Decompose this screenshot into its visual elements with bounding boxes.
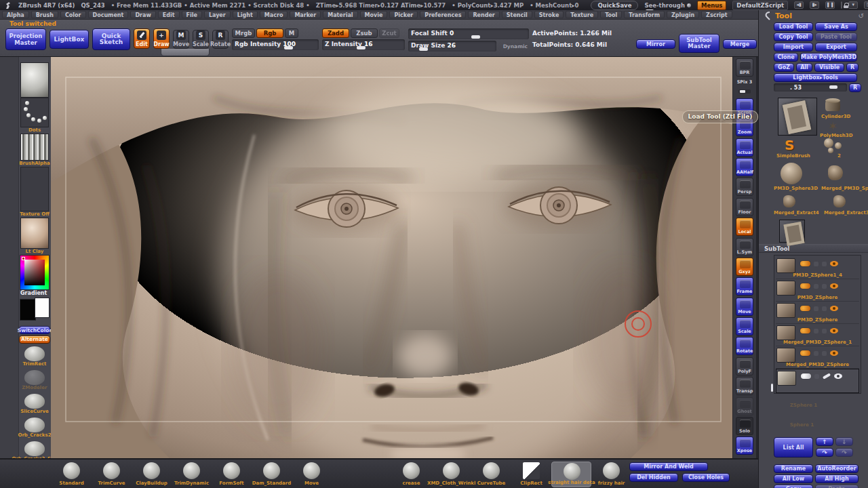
current-brush-thumbnail[interactable] (20, 62, 49, 98)
dynamic-toggle[interactable]: Dynamic (503, 43, 528, 49)
menu-item[interactable]: Document (88, 11, 129, 18)
eye-visibility-icon[interactable] (830, 350, 838, 356)
subtool-thumbnail[interactable] (776, 258, 795, 273)
subtool-option-icon[interactable] (814, 306, 818, 311)
subtool-option-icon[interactable] (822, 306, 827, 311)
material-selector[interactable] (20, 218, 49, 249)
right-shelf-button[interactable]: Frame (736, 277, 753, 296)
quick-brush-item[interactable]: ZModeler (22, 367, 47, 391)
right-shelf-button[interactable]: PolyF (736, 357, 753, 375)
subtool-item-faint[interactable]: ZSphere 1 (774, 394, 868, 413)
subtool-option-icon[interactable] (822, 329, 827, 333)
move-button[interactable]: M Move (173, 30, 189, 49)
zsub-button[interactable]: Zsub (351, 28, 378, 38)
goz-visible-button[interactable]: Visible (814, 63, 844, 72)
minimize-button[interactable]: ▾ (848, 1, 858, 9)
rgb-intensity-slider[interactable]: Rgb Intensity 100 (232, 39, 319, 50)
brush-icon[interactable] (823, 373, 831, 379)
menu-item[interactable]: Transform (624, 11, 665, 18)
all-low-button[interactable]: All Low (774, 474, 813, 483)
rename-button[interactable]: Rename (774, 464, 813, 473)
eye-visibility-icon[interactable] (830, 261, 838, 266)
sphere-icon[interactable] (828, 148, 833, 153)
rgb-intensity-handle[interactable] (284, 46, 293, 49)
right-shelf-button[interactable]: BPR (736, 58, 753, 77)
goz-all-button[interactable]: All (796, 63, 812, 72)
right-shelf-button[interactable]: Persp (736, 178, 753, 196)
subtool-item[interactable]: Merged_PM3D_ZSphere_1 (776, 324, 859, 346)
merged-extract3-icon[interactable] (833, 195, 846, 207)
menu-item[interactable]: Brush (31, 11, 58, 18)
eye-visibility-icon[interactable] (830, 328, 838, 333)
gradient-label[interactable]: Gradient (20, 290, 47, 296)
subtool-option-icon[interactable] (814, 284, 818, 289)
redo-alt-button[interactable]: ↷ (835, 448, 853, 457)
menu-item[interactable]: Light (233, 11, 258, 18)
right-shelf-button[interactable]: AAHalf (736, 158, 753, 176)
divider-left-icon[interactable]: ◂▮ (794, 1, 804, 9)
focal-shift-handle[interactable] (471, 35, 480, 39)
shelf-brush-item[interactable]: ClipRect (511, 462, 551, 487)
secondary-color-swatch[interactable] (35, 298, 50, 318)
saturation-square[interactable] (24, 260, 45, 285)
eye-visibility-icon[interactable] (834, 373, 842, 379)
shelf-brush-item[interactable]: Standard (52, 462, 92, 487)
simplebrush-icon[interactable]: S (785, 138, 794, 152)
right-shelf-button[interactable]: Solo (736, 417, 753, 435)
mirror-and-weld-button[interactable]: Mirror And Weld (629, 462, 708, 471)
tool-thumb-label[interactable]: PolyMesh3D (820, 133, 852, 138)
menu-item[interactable]: Marker (290, 11, 321, 18)
copy-tool-button[interactable]: Copy Tool (774, 33, 813, 41)
m-button[interactable]: M (285, 28, 298, 38)
stroke-selector[interactable] (20, 98, 49, 127)
menu-item[interactable]: Material (323, 11, 357, 18)
shelf-brush-item[interactable]: frizzy hair (591, 462, 631, 487)
menu-item[interactable]: Edit (158, 11, 180, 18)
right-shelf-button[interactable]: Floor (736, 198, 753, 216)
menu-item[interactable]: Layer (204, 11, 231, 18)
export-button[interactable]: Export (815, 43, 857, 52)
mrgb-button[interactable]: Mrgb (232, 28, 255, 38)
autoreorder-button[interactable]: AutoReorder (815, 464, 859, 473)
right-shelf-button[interactable]: SPix 3 (736, 78, 753, 96)
close-holes-button[interactable]: Close Holes (682, 473, 730, 482)
lightbox-tools-button[interactable]: Lightbox▸Tools (774, 73, 857, 82)
quick-brush-item[interactable]: SliceCurve (20, 391, 49, 415)
texture-selector[interactable] (20, 167, 49, 211)
default-zscript-button[interactable]: DefaultZScript (732, 1, 788, 10)
del-hidden-button[interactable]: Del Hidden (629, 473, 678, 482)
move-down-button[interactable]: ↓ (835, 437, 853, 446)
lock-icon[interactable] (841, 1, 842, 9)
viewport-canvas[interactable] (51, 57, 732, 458)
subtool-item-selected[interactable] (776, 369, 859, 393)
polypaint-toggle-icon[interactable] (800, 350, 810, 356)
merged-extract4-icon[interactable] (783, 195, 795, 207)
menus-toggle-button[interactable]: Menus (697, 1, 726, 10)
import-button[interactable]: Import (774, 43, 813, 52)
paste-tool-button[interactable]: Paste Tool (815, 33, 857, 41)
quick-brush-item[interactable]: Orb_Cracks2 (18, 415, 51, 439)
menu-item[interactable]: Preferences (420, 11, 466, 18)
tool-thumb-label[interactable]: Merged_Extract3 (824, 210, 868, 216)
shelf-brush-item[interactable]: TrimDynamic (172, 462, 212, 487)
projection-master-button[interactable]: Projection Master (5, 28, 46, 50)
zadd-button[interactable]: Zadd (322, 28, 349, 38)
tool-slider-handle[interactable] (829, 85, 837, 89)
lightbox-button[interactable]: LightBox (50, 30, 89, 49)
menu-item[interactable]: Render (468, 11, 499, 18)
shelf-brush-item[interactable]: crease (391, 462, 431, 487)
right-shelf-button[interactable]: Rotate (736, 337, 753, 355)
shelf-brush-item[interactable]: ClayBuildup (132, 462, 172, 487)
subtool-thumbnail[interactable] (776, 281, 795, 296)
tool-thumb-label[interactable]: PM3D_Sphere3D (774, 186, 818, 191)
menu-item[interactable]: Alpha (2, 11, 29, 18)
right-shelf-button[interactable]: Transp (736, 377, 753, 395)
shelf-brush-item[interactable]: Move (292, 462, 332, 487)
shelf-brush-item[interactable]: straight hair deta (551, 462, 591, 487)
focal-shift-slider[interactable]: Focal Shift 0 (408, 28, 529, 39)
polypaint-toggle-icon[interactable] (800, 261, 810, 266)
right-shelf-button[interactable]: Local (736, 218, 753, 236)
eye-visibility-icon[interactable] (830, 306, 838, 311)
switch-color-button[interactable]: SwitchColor (19, 326, 50, 334)
menu-item[interactable]: Stencil (502, 11, 532, 18)
